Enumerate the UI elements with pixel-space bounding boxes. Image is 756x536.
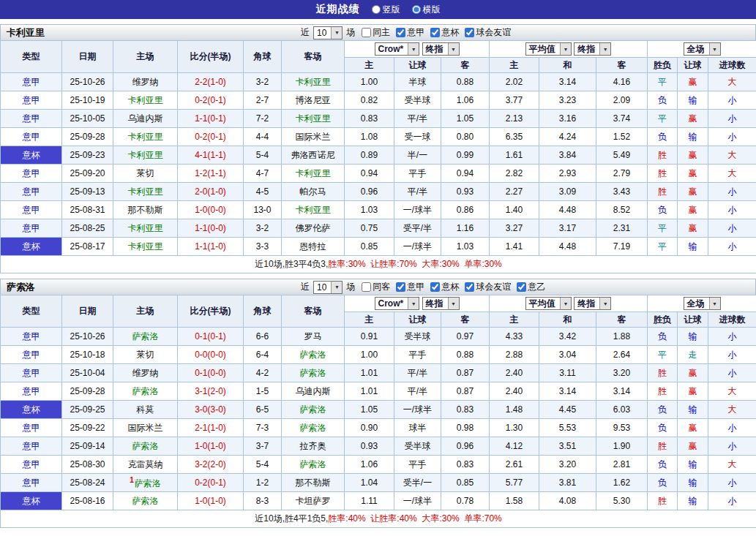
filter-checkbox-意甲[interactable]: 意甲 — [396, 281, 424, 293]
home-team-cell[interactable]: 卡利亚里 — [113, 128, 178, 146]
odds-company-select[interactable]: Crow*▼ — [375, 297, 420, 310]
odds-handicap-cell: 平手 — [394, 165, 441, 183]
home-team-cell[interactable]: 那不勒斯 — [113, 201, 178, 219]
filter-checkbox-意甲[interactable]: 意甲 — [396, 26, 424, 39]
away-team-cell[interactable]: 萨索洛 — [282, 419, 345, 437]
filter-checkbox-意杯[interactable]: 意杯 — [430, 26, 459, 39]
odds-time-select[interactable]: 终指▼ — [422, 42, 460, 56]
team-rank-badge: 1 — [130, 476, 134, 484]
home-team-cell[interactable]: 克雷莫纳 — [113, 456, 178, 474]
home-team-cell[interactable]: 乌迪内斯 — [113, 110, 178, 128]
home-team-cell[interactable]: 维罗纳 — [113, 73, 178, 91]
filter-checkbox-球会友谊[interactable]: 球会友谊 — [465, 26, 511, 39]
checkbox-label: 意杯 — [441, 281, 459, 293]
home-team-cell[interactable]: 莱切 — [113, 346, 178, 364]
avg-home-cell: 1.40 — [490, 201, 539, 219]
average-select[interactable]: 平均值▼ — [525, 42, 572, 56]
layout-option-vertical[interactable]: 竖版 — [372, 4, 400, 16]
away-team-cell[interactable]: 罗马 — [282, 328, 345, 346]
checkbox-input[interactable] — [362, 282, 371, 292]
home-team-cell[interactable]: 莱切 — [113, 165, 178, 183]
filter-checkbox-意杯[interactable]: 意杯 — [430, 281, 459, 293]
home-team-cell[interactable]: 维罗纳 — [113, 364, 178, 382]
average-time-select[interactable]: 终指▼ — [574, 297, 611, 310]
away-team-cell[interactable]: 弗洛西诺尼 — [282, 146, 345, 165]
odds-time-select[interactable]: 终指▼ — [422, 297, 460, 310]
checkbox-input[interactable] — [430, 28, 440, 37]
away-team-cell[interactable]: 卡利亚里 — [282, 73, 345, 91]
away-team-cell[interactable]: 恩特拉 — [282, 238, 345, 256]
home-team-cell[interactable]: 萨索洛 — [113, 437, 178, 456]
odds-home-cell: 1.04 — [345, 474, 394, 492]
home-team-cell[interactable]: 萨索洛 — [113, 492, 178, 510]
checkbox-input[interactable] — [465, 282, 474, 292]
home-team-cell[interactable]: 卡利亚里 — [113, 146, 178, 165]
layout-option-horizontal[interactable]: 横版 — [412, 4, 441, 16]
dropdown-arrow-icon: ▼ — [599, 43, 610, 55]
odds-away-cell: 0.88 — [441, 346, 490, 364]
away-team-cell[interactable]: 萨索洛 — [282, 401, 345, 419]
odds-company-select[interactable]: Crow*▼ — [375, 42, 420, 56]
match-count-select[interactable]: 10▼ — [313, 26, 343, 39]
home-team-cell[interactable]: 萨索洛 — [113, 328, 178, 346]
checkbox-input[interactable] — [396, 28, 405, 37]
average-select[interactable]: 平均值▼ — [525, 297, 572, 310]
result-cell: 平 — [648, 346, 678, 364]
vertical-radio-input[interactable] — [372, 5, 381, 14]
avg-away-cell: 8.52 — [596, 201, 648, 219]
filter-checkbox-同客[interactable]: 同客 — [362, 281, 390, 293]
avg-home-cell: 1.48 — [490, 401, 539, 419]
away-team-cell[interactable]: 那不勒斯 — [282, 474, 345, 492]
away-team-cell[interactable]: 卡坦萨罗 — [282, 492, 345, 510]
away-team-cell[interactable]: 拉齐奥 — [282, 437, 345, 456]
horizontal-radio-input[interactable] — [412, 5, 421, 14]
home-team-cell[interactable]: 卡利亚里 — [113, 238, 178, 256]
odds-handicap-cell: 受半球 — [394, 437, 441, 456]
average-time-select[interactable]: 终指▼ — [574, 42, 611, 56]
avg-draw-cell: 5.53 — [539, 419, 596, 437]
scope-select[interactable]: 全场▼ — [684, 297, 721, 310]
average-odds-header: 平均值▼ 终指▼ — [490, 295, 648, 312]
odds-home-cell: 0.82 — [345, 91, 394, 110]
away-team-cell[interactable]: 国际米兰 — [282, 128, 345, 146]
home-team-cell[interactable]: 萨索洛 — [113, 382, 178, 401]
checkbox-input[interactable] — [465, 28, 474, 37]
checkbox-input[interactable] — [430, 282, 440, 292]
away-team-cell[interactable]: 萨索洛 — [282, 456, 345, 474]
home-team-cell[interactable]: 科莫 — [113, 401, 178, 419]
avg-away-cell: 7.19 — [596, 238, 648, 256]
col-corner: 角球 — [244, 295, 282, 328]
avg-away-cell: 3.43 — [596, 183, 648, 201]
away-team-cell[interactable]: 佛罗伦萨 — [282, 219, 345, 238]
filter-checkbox-球会友谊[interactable]: 球会友谊 — [465, 281, 511, 293]
filter-checkbox-同主[interactable]: 同主 — [362, 26, 390, 39]
checkbox-input[interactable] — [396, 282, 405, 292]
away-team-cell[interactable]: 萨索洛 — [282, 364, 345, 382]
away-team-cell[interactable]: 卡利亚里 — [282, 165, 345, 183]
filter-checkbox-意乙[interactable]: 意乙 — [517, 281, 545, 293]
home-team-cell[interactable]: 国际米兰 — [113, 419, 178, 437]
match-type-cell: 意甲 — [1, 419, 62, 437]
odds-away-cell: 0.96 — [441, 437, 490, 456]
match-count-select[interactable]: 10▼ — [313, 281, 343, 294]
away-team-cell[interactable]: 卡利亚里 — [282, 201, 345, 219]
home-team-cell[interactable]: 卡利亚里 — [113, 219, 178, 238]
scope-select[interactable]: 全场▼ — [684, 42, 721, 56]
home-team-cell[interactable]: 卡利亚里 — [113, 91, 178, 110]
home-team-cell[interactable]: 卡利亚里 — [113, 183, 178, 201]
matches-label: 场 — [346, 281, 355, 293]
checkbox-input[interactable] — [517, 282, 526, 292]
home-team-cell[interactable]: 1萨索洛 — [113, 474, 178, 492]
away-team-cell[interactable]: 帕尔马 — [282, 183, 345, 201]
away-team-cell[interactable]: 卡利亚里 — [282, 110, 345, 128]
avg-draw-cell: 3.17 — [539, 219, 596, 238]
away-team-cell[interactable]: 博洛尼亚 — [282, 91, 345, 110]
result-cell: 平 — [648, 219, 678, 238]
col-home: 主场 — [113, 295, 178, 328]
checkbox-input[interactable] — [362, 28, 371, 37]
away-team-cell[interactable]: 萨索洛 — [282, 346, 345, 364]
avg-draw-cell: 3.04 — [539, 346, 596, 364]
goals-result-cell: 大 — [708, 382, 756, 401]
away-team-cell[interactable]: 乌迪内斯 — [282, 382, 345, 401]
odds-handicap-cell: 平/半 — [394, 382, 441, 401]
